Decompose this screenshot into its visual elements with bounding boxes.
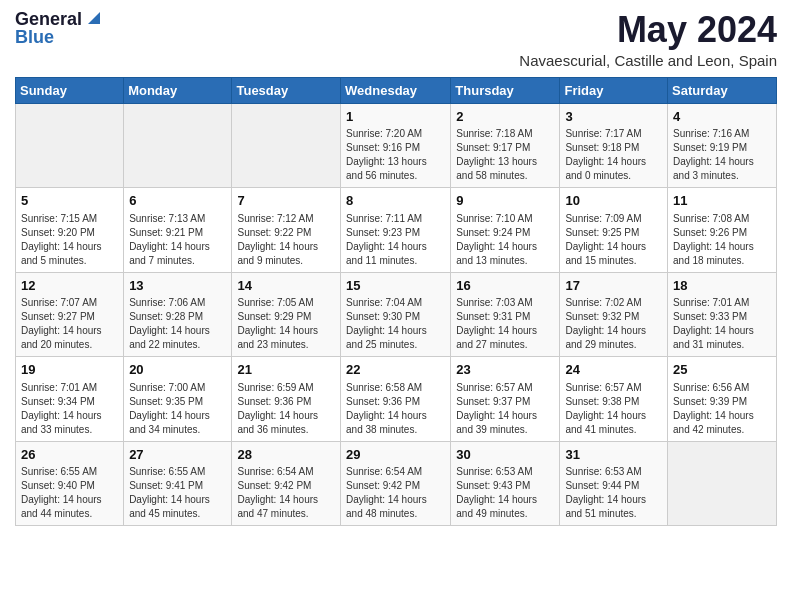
calendar-cell: 31Sunrise: 6:53 AM Sunset: 9:44 PM Dayli… — [560, 441, 668, 526]
calendar-cell: 5Sunrise: 7:15 AM Sunset: 9:20 PM Daylig… — [16, 188, 124, 273]
day-info: Sunrise: 7:08 AM Sunset: 9:26 PM Dayligh… — [673, 212, 771, 268]
day-number: 7 — [237, 192, 335, 210]
calendar-week-row: 1Sunrise: 7:20 AM Sunset: 9:16 PM Daylig… — [16, 103, 777, 188]
day-info: Sunrise: 6:53 AM Sunset: 9:44 PM Dayligh… — [565, 465, 662, 521]
calendar-cell: 23Sunrise: 6:57 AM Sunset: 9:37 PM Dayli… — [451, 357, 560, 442]
day-info: Sunrise: 6:58 AM Sunset: 9:36 PM Dayligh… — [346, 381, 445, 437]
day-info: Sunrise: 7:10 AM Sunset: 9:24 PM Dayligh… — [456, 212, 554, 268]
day-info: Sunrise: 6:55 AM Sunset: 9:41 PM Dayligh… — [129, 465, 226, 521]
calendar-cell: 27Sunrise: 6:55 AM Sunset: 9:41 PM Dayli… — [124, 441, 232, 526]
day-info: Sunrise: 6:57 AM Sunset: 9:37 PM Dayligh… — [456, 381, 554, 437]
day-number: 9 — [456, 192, 554, 210]
calendar-cell: 14Sunrise: 7:05 AM Sunset: 9:29 PM Dayli… — [232, 272, 341, 357]
calendar-cell: 28Sunrise: 6:54 AM Sunset: 9:42 PM Dayli… — [232, 441, 341, 526]
day-info: Sunrise: 7:12 AM Sunset: 9:22 PM Dayligh… — [237, 212, 335, 268]
calendar-cell: 26Sunrise: 6:55 AM Sunset: 9:40 PM Dayli… — [16, 441, 124, 526]
day-number: 22 — [346, 361, 445, 379]
day-number: 30 — [456, 446, 554, 464]
logo-blue-text: Blue — [15, 28, 54, 46]
day-number: 10 — [565, 192, 662, 210]
day-info: Sunrise: 7:09 AM Sunset: 9:25 PM Dayligh… — [565, 212, 662, 268]
day-number: 12 — [21, 277, 118, 295]
col-monday: Monday — [124, 77, 232, 103]
col-thursday: Thursday — [451, 77, 560, 103]
calendar-cell: 13Sunrise: 7:06 AM Sunset: 9:28 PM Dayli… — [124, 272, 232, 357]
calendar-cell: 7Sunrise: 7:12 AM Sunset: 9:22 PM Daylig… — [232, 188, 341, 273]
day-number: 8 — [346, 192, 445, 210]
calendar-cell: 25Sunrise: 6:56 AM Sunset: 9:39 PM Dayli… — [668, 357, 777, 442]
calendar-cell: 17Sunrise: 7:02 AM Sunset: 9:32 PM Dayli… — [560, 272, 668, 357]
day-number: 13 — [129, 277, 226, 295]
calendar-cell: 20Sunrise: 7:00 AM Sunset: 9:35 PM Dayli… — [124, 357, 232, 442]
day-number: 20 — [129, 361, 226, 379]
day-number: 11 — [673, 192, 771, 210]
day-number: 1 — [346, 108, 445, 126]
day-number: 31 — [565, 446, 662, 464]
day-info: Sunrise: 7:01 AM Sunset: 9:34 PM Dayligh… — [21, 381, 118, 437]
day-number: 14 — [237, 277, 335, 295]
day-number: 27 — [129, 446, 226, 464]
day-number: 21 — [237, 361, 335, 379]
calendar-cell: 4Sunrise: 7:16 AM Sunset: 9:19 PM Daylig… — [668, 103, 777, 188]
day-info: Sunrise: 7:11 AM Sunset: 9:23 PM Dayligh… — [346, 212, 445, 268]
calendar-page: General Blue May 2024 Navaescurial, Cast… — [0, 0, 792, 541]
calendar-table: Sunday Monday Tuesday Wednesday Thursday… — [15, 77, 777, 527]
day-number: 26 — [21, 446, 118, 464]
day-info: Sunrise: 7:06 AM Sunset: 9:28 PM Dayligh… — [129, 296, 226, 352]
calendar-cell — [16, 103, 124, 188]
day-number: 29 — [346, 446, 445, 464]
svg-marker-0 — [88, 12, 100, 24]
calendar-cell: 8Sunrise: 7:11 AM Sunset: 9:23 PM Daylig… — [341, 188, 451, 273]
calendar-cell: 15Sunrise: 7:04 AM Sunset: 9:30 PM Dayli… — [341, 272, 451, 357]
calendar-cell: 18Sunrise: 7:01 AM Sunset: 9:33 PM Dayli… — [668, 272, 777, 357]
day-info: Sunrise: 7:13 AM Sunset: 9:21 PM Dayligh… — [129, 212, 226, 268]
logo-triangle-icon — [84, 10, 100, 26]
day-info: Sunrise: 7:07 AM Sunset: 9:27 PM Dayligh… — [21, 296, 118, 352]
subtitle: Navaescurial, Castille and Leon, Spain — [519, 52, 777, 69]
calendar-cell: 22Sunrise: 6:58 AM Sunset: 9:36 PM Dayli… — [341, 357, 451, 442]
day-info: Sunrise: 7:15 AM Sunset: 9:20 PM Dayligh… — [21, 212, 118, 268]
day-info: Sunrise: 7:04 AM Sunset: 9:30 PM Dayligh… — [346, 296, 445, 352]
day-info: Sunrise: 6:54 AM Sunset: 9:42 PM Dayligh… — [346, 465, 445, 521]
day-info: Sunrise: 6:55 AM Sunset: 9:40 PM Dayligh… — [21, 465, 118, 521]
calendar-cell: 9Sunrise: 7:10 AM Sunset: 9:24 PM Daylig… — [451, 188, 560, 273]
day-number: 6 — [129, 192, 226, 210]
day-number: 5 — [21, 192, 118, 210]
day-info: Sunrise: 6:59 AM Sunset: 9:36 PM Dayligh… — [237, 381, 335, 437]
day-number: 15 — [346, 277, 445, 295]
calendar-week-row: 12Sunrise: 7:07 AM Sunset: 9:27 PM Dayli… — [16, 272, 777, 357]
title-block: May 2024 Navaescurial, Castille and Leon… — [519, 10, 777, 69]
calendar-cell: 24Sunrise: 6:57 AM Sunset: 9:38 PM Dayli… — [560, 357, 668, 442]
day-info: Sunrise: 7:03 AM Sunset: 9:31 PM Dayligh… — [456, 296, 554, 352]
calendar-cell: 12Sunrise: 7:07 AM Sunset: 9:27 PM Dayli… — [16, 272, 124, 357]
day-number: 4 — [673, 108, 771, 126]
calendar-week-row: 19Sunrise: 7:01 AM Sunset: 9:34 PM Dayli… — [16, 357, 777, 442]
col-sunday: Sunday — [16, 77, 124, 103]
logo-general-text: General — [15, 10, 82, 28]
day-number: 18 — [673, 277, 771, 295]
calendar-cell: 1Sunrise: 7:20 AM Sunset: 9:16 PM Daylig… — [341, 103, 451, 188]
day-info: Sunrise: 7:05 AM Sunset: 9:29 PM Dayligh… — [237, 296, 335, 352]
day-number: 3 — [565, 108, 662, 126]
day-number: 24 — [565, 361, 662, 379]
day-number: 23 — [456, 361, 554, 379]
day-info: Sunrise: 7:02 AM Sunset: 9:32 PM Dayligh… — [565, 296, 662, 352]
main-title: May 2024 — [519, 10, 777, 50]
calendar-cell: 3Sunrise: 7:17 AM Sunset: 9:18 PM Daylig… — [560, 103, 668, 188]
calendar-cell: 21Sunrise: 6:59 AM Sunset: 9:36 PM Dayli… — [232, 357, 341, 442]
day-number: 17 — [565, 277, 662, 295]
col-saturday: Saturday — [668, 77, 777, 103]
day-number: 16 — [456, 277, 554, 295]
day-info: Sunrise: 7:16 AM Sunset: 9:19 PM Dayligh… — [673, 127, 771, 183]
col-wednesday: Wednesday — [341, 77, 451, 103]
day-info: Sunrise: 7:00 AM Sunset: 9:35 PM Dayligh… — [129, 381, 226, 437]
day-info: Sunrise: 7:18 AM Sunset: 9:17 PM Dayligh… — [456, 127, 554, 183]
day-number: 25 — [673, 361, 771, 379]
calendar-cell: 29Sunrise: 6:54 AM Sunset: 9:42 PM Dayli… — [341, 441, 451, 526]
day-info: Sunrise: 7:20 AM Sunset: 9:16 PM Dayligh… — [346, 127, 445, 183]
calendar-cell: 30Sunrise: 6:53 AM Sunset: 9:43 PM Dayli… — [451, 441, 560, 526]
calendar-week-row: 5Sunrise: 7:15 AM Sunset: 9:20 PM Daylig… — [16, 188, 777, 273]
day-info: Sunrise: 7:17 AM Sunset: 9:18 PM Dayligh… — [565, 127, 662, 183]
day-info: Sunrise: 6:57 AM Sunset: 9:38 PM Dayligh… — [565, 381, 662, 437]
day-info: Sunrise: 6:56 AM Sunset: 9:39 PM Dayligh… — [673, 381, 771, 437]
